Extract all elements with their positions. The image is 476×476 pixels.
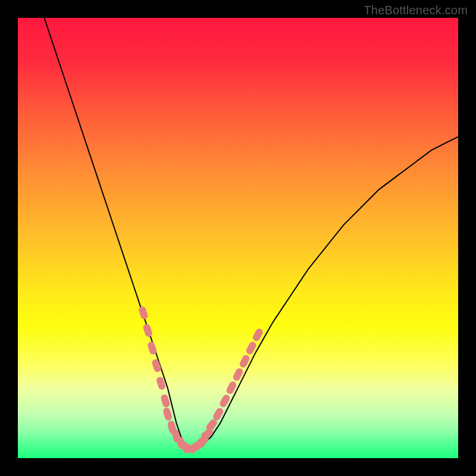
plot-area [18,18,458,458]
marker-dot [162,407,173,422]
marker-dot [142,323,153,338]
bottleneck-curve [44,18,458,449]
watermark-text: TheBottleneck.com [364,4,468,17]
marker-dot [138,305,149,320]
marker-group [138,305,264,455]
chart-svg [18,18,458,458]
outer-frame: TheBottleneck.com [0,0,476,476]
